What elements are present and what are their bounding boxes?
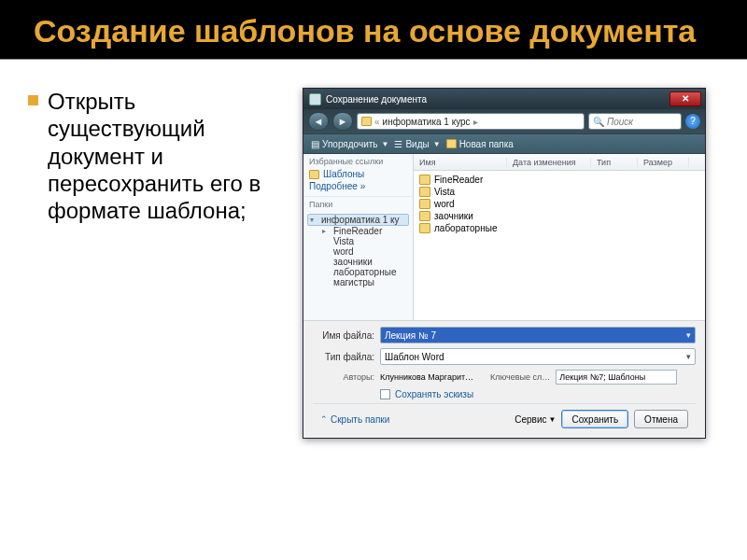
tree-root[interactable]: ▾ информатика 1 ку [307, 214, 409, 226]
bullet-icon [28, 95, 38, 105]
slide-body: Открыть существующий документ и пересохр… [0, 60, 747, 439]
nav-templates[interactable]: Шаблоны [309, 168, 407, 180]
chevron-down-icon: ▼ [548, 415, 556, 424]
filetype-select[interactable]: Шаблон Word ▾ [380, 348, 696, 365]
tree-item[interactable]: ▸FineReader [307, 226, 409, 236]
chevron-down-icon[interactable]: ▾ [686, 352, 691, 361]
breadcrumb-item[interactable]: информатика 1 курс [383, 117, 471, 127]
bullet-list: Открыть существующий документ и пересохр… [28, 88, 288, 439]
explorer-area: Избранные ссылки Шаблоны Подробнее » Пап… [303, 154, 705, 320]
app-icon [309, 93, 321, 105]
col-size[interactable]: Размер [638, 158, 689, 167]
tree-item[interactable]: Vista [307, 236, 409, 246]
fav-links-header: Избранные ссылки [309, 157, 407, 166]
save-button[interactable]: Сохранить [561, 410, 628, 428]
folder-icon [419, 187, 430, 197]
close-button[interactable]: ✕ [669, 91, 701, 106]
save-panel: Имя файла: Лекция № 7 ▾ Тип файла: Шабло… [303, 320, 705, 438]
tree-item[interactable]: лабораторные [307, 267, 409, 277]
hide-folders-link[interactable]: ⌃ Скрыть папки [320, 414, 389, 425]
save-thumbs-label[interactable]: Сохранять эскизы [395, 389, 473, 399]
nav-bar: ◄ ► « информатика 1 курс ▸ 🔍 Поиск ? [303, 109, 705, 133]
search-placeholder: Поиск [607, 117, 633, 127]
list-item[interactable]: word [419, 198, 699, 210]
bullet-item: Открыть существующий документ и пересохр… [28, 88, 288, 224]
dialog-title: Сохранение документа [326, 94, 669, 105]
folder-icon [309, 170, 319, 179]
breadcrumb-root: « [374, 117, 380, 127]
folders-header[interactable]: Папки [303, 197, 413, 209]
col-name[interactable]: Имя [414, 158, 507, 167]
views-icon: ☰ [394, 139, 402, 149]
content-pane: Имя Дата изменения Тип Размер FineReader… [414, 154, 705, 320]
file-list: FineReader Vista word заочники лаборатор… [414, 171, 705, 237]
back-button[interactable]: ◄ [308, 112, 329, 131]
chevron-up-icon: ⌃ [320, 414, 328, 424]
list-item[interactable]: Vista [419, 186, 699, 198]
col-date[interactable]: Дата изменения [507, 158, 591, 167]
organize-icon: ▤ [311, 139, 319, 149]
folder-icon [419, 175, 430, 185]
tree-item[interactable]: магистры [307, 277, 409, 287]
slide-header: Создание шаблонов на основе документа [0, 0, 747, 59]
views-button[interactable]: ☰ Виды ▼ [394, 139, 440, 149]
filename-input[interactable]: Лекция № 7 ▾ [380, 327, 696, 343]
slide-title: Создание шаблонов на основе документа [34, 13, 713, 49]
col-type[interactable]: Тип [591, 158, 638, 167]
new-folder-button[interactable]: Новая папка [446, 139, 514, 149]
organize-button[interactable]: ▤ Упорядочить ▼ [311, 139, 388, 149]
folder-icon [419, 211, 430, 221]
titlebar[interactable]: Сохранение документа ✕ [303, 89, 705, 109]
help-button[interactable]: ? [685, 114, 700, 129]
dialog-footer: ⌃ Скрыть папки Сервис ▼ Сохранить Отмена [313, 403, 696, 434]
list-item[interactable]: FineReader [419, 174, 699, 186]
folder-tree: ▾ информатика 1 ку ▸FineReader Vista wor… [303, 211, 413, 290]
address-bar[interactable]: « информатика 1 курс ▸ [357, 113, 585, 130]
nav-pane: Избранные ссылки Шаблоны Подробнее » Пап… [303, 154, 414, 320]
chevron-right-icon: ▸ [473, 117, 478, 127]
authors-value[interactable]: Клунникова Маргарит… [380, 372, 473, 382]
forward-button[interactable]: ► [332, 112, 353, 131]
save-thumbs-checkbox[interactable] [380, 389, 390, 399]
list-item[interactable]: лабораторные [419, 222, 699, 234]
keywords-input[interactable]: Лекция №7; Шаблоны [556, 370, 677, 385]
folder-icon [361, 117, 372, 126]
tree-item[interactable]: word [307, 246, 409, 257]
search-input[interactable]: 🔍 Поиск [588, 113, 682, 130]
bullet-text: Открыть существующий документ и пересохр… [48, 88, 288, 224]
expand-icon[interactable]: ▾ [308, 216, 316, 224]
chevron-down-icon: ▼ [382, 140, 389, 148]
chevron-down-icon[interactable]: ▾ [686, 330, 691, 340]
authors-label: Авторы: [313, 372, 374, 382]
filetype-label: Тип файла: [313, 352, 374, 362]
folder-icon [419, 199, 430, 209]
save-dialog: Сохранение документа ✕ ◄ ► « информатика… [303, 88, 706, 439]
cancel-button[interactable]: Отмена [634, 410, 688, 428]
nav-more[interactable]: Подробнее » [309, 180, 407, 192]
folder-icon [419, 223, 430, 233]
filename-label: Имя файла: [313, 330, 374, 341]
folder-icon [446, 139, 457, 148]
toolbar: ▤ Упорядочить ▼ ☰ Виды ▼ Новая папка [303, 133, 705, 154]
search-icon: 🔍 [593, 117, 604, 127]
service-button[interactable]: Сервис ▼ [514, 414, 556, 425]
tree-item[interactable]: заочники [307, 257, 409, 267]
list-item[interactable]: заочники [419, 210, 699, 222]
keywords-label: Ключевые сл… [490, 372, 550, 382]
chevron-down-icon: ▼ [433, 140, 441, 148]
column-headers: Имя Дата изменения Тип Размер [414, 154, 705, 171]
